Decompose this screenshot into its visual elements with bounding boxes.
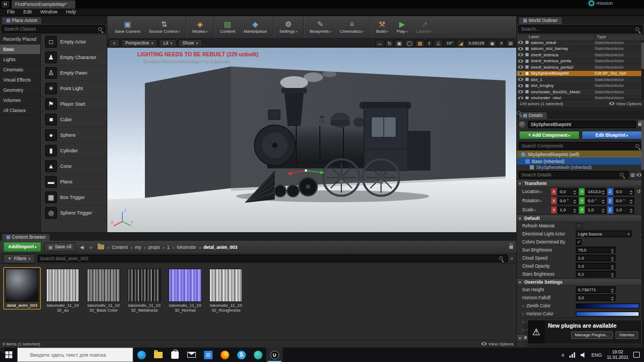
tab-details[interactable]: Details xyxy=(518,112,547,119)
asset-tile[interactable]: lokomotiv_11_1032_Base Color xyxy=(85,267,122,314)
outliner-row[interactable]: saloon_stol_barnay StaticMeshActor xyxy=(517,46,644,53)
outliner-search-input[interactable] xyxy=(518,25,642,33)
place-actor-item[interactable]: ▮ Cylinder xyxy=(41,143,107,159)
y-value-field[interactable]: 0,0 ° xyxy=(586,197,606,204)
visibility-eye-icon[interactable] xyxy=(518,78,523,81)
volume-icon[interactable] xyxy=(581,352,587,358)
z-value-field[interactable]: 0,0 ° xyxy=(614,197,634,204)
taskbar-app-mail[interactable] xyxy=(183,348,200,362)
property-label[interactable]: Scale xyxy=(522,207,550,212)
y-value-field[interactable]: 1413,0 xyxy=(586,188,606,195)
maximize-viewport-icon[interactable]: ⊞ xyxy=(506,40,515,47)
place-actor-item[interactable]: ⚑ Player Start xyxy=(41,97,107,112)
place-actor-item[interactable]: ♟ Empty Character xyxy=(41,50,107,65)
component-row[interactable]: SkySphereBlueprint (self) xyxy=(517,151,644,158)
asset-tile[interactable]: lokomotiv_11_1032_Normal xyxy=(166,267,204,314)
manage-plugins-button[interactable]: Manage Plugins... xyxy=(571,331,613,339)
color-bar[interactable] xyxy=(576,312,639,316)
forward-button[interactable]: ▶ xyxy=(88,245,95,250)
scale-snap-icon[interactable]: ◢ xyxy=(457,40,465,47)
toolbar-button[interactable]: ✎ Blueprints xyxy=(303,17,335,38)
property-label[interactable]: Location xyxy=(522,189,550,194)
search-classes-input[interactable] xyxy=(2,25,105,33)
view-settings-icon[interactable]: ≡ xyxy=(510,256,513,261)
translate-tool-icon[interactable]: ↔ xyxy=(375,40,384,47)
toolbar-button[interactable]: ⚒ Build xyxy=(370,17,392,38)
place-actors-category[interactable]: Basic xyxy=(0,45,40,55)
search-details-input[interactable] xyxy=(519,171,628,179)
place-actors-category[interactable]: All Classes xyxy=(0,106,40,116)
visibility-eye-icon[interactable] xyxy=(518,65,523,69)
section-transform[interactable]: Transform xyxy=(517,180,644,187)
place-actors-category[interactable]: Cinematic xyxy=(0,65,40,75)
property-number-field[interactable]: 1,0 xyxy=(576,255,616,261)
level-viewport[interactable]: ▾ Perspective ▾ Lit ▾ Show ▾ ↔ ↻ ▣ ◯ ▦ 1… xyxy=(107,39,516,232)
content-browser-view-options[interactable]: View Options xyxy=(481,342,514,346)
outliner-row[interactable]: SkySphereBlueprint Edit BP_Sky_Sph xyxy=(517,71,644,77)
asset-search-input[interactable] xyxy=(38,255,508,262)
visibility-eye-icon[interactable] xyxy=(518,53,523,56)
lock-icon[interactable] xyxy=(509,246,513,249)
tab-content-browser[interactable]: Content Browser xyxy=(2,233,50,241)
place-actors-category[interactable]: Geometry xyxy=(0,85,40,95)
taskbar-app-explorer[interactable] xyxy=(150,348,166,362)
taskbar-app-firefox[interactable] xyxy=(216,348,233,362)
details-scrollbar[interactable] xyxy=(641,119,644,348)
visibility-eye-icon[interactable] xyxy=(518,84,523,87)
taskbar-search[interactable]: Введите здесь текст для поиска xyxy=(17,348,133,362)
property-label[interactable]: Rotation xyxy=(522,198,550,203)
breadcrumb-item[interactable]: Content xyxy=(107,245,129,250)
breadcrumb-item[interactable]: 1 xyxy=(162,245,171,250)
language-indicator[interactable]: ENG xyxy=(591,352,602,358)
place-actors-category[interactable]: Volumes xyxy=(0,95,40,106)
dismiss-button[interactable]: Dismiss xyxy=(616,331,638,339)
menu-item[interactable]: File xyxy=(3,9,19,16)
panel-splitter[interactable] xyxy=(517,107,644,111)
save-all-button[interactable]: ▣ Save All xyxy=(44,242,76,252)
color-bar[interactable] xyxy=(576,304,639,308)
rotation-snap-icon[interactable]: ∠ xyxy=(434,40,443,47)
place-actors-category[interactable]: Lights xyxy=(0,55,40,65)
browse-icon[interactable] xyxy=(633,232,638,237)
place-actors-category[interactable]: Visual Effects xyxy=(0,75,40,85)
perspective-button[interactable]: Perspective ▾ xyxy=(121,39,158,47)
place-actor-item[interactable]: □ Empty Actor xyxy=(41,34,107,50)
search-components-input[interactable] xyxy=(519,142,642,150)
outliner-scrollbar[interactable] xyxy=(641,40,644,99)
camera-speed-value[interactable]: 4 xyxy=(497,40,505,47)
lit-mode-button[interactable]: Lit ▾ xyxy=(159,39,177,47)
taskbar-app-edge[interactable] xyxy=(133,348,150,362)
grid-snap-value[interactable]: 1 xyxy=(426,40,433,47)
toolbar-button[interactable]: ⚙ Settings xyxy=(273,17,302,38)
property-number-field[interactable]: 1,0 xyxy=(576,263,616,269)
add-component-button[interactable]: + Add Component xyxy=(519,131,580,139)
actor-name-field[interactable]: SkySphereBlueprint xyxy=(528,121,636,128)
show-button[interactable]: Show ▾ xyxy=(178,39,202,47)
toolbar-button[interactable]: ▶ Play xyxy=(392,17,412,38)
property-number-field[interactable]: 0,736771 xyxy=(576,286,616,293)
toolbar-button[interactable]: ↗ Launch xyxy=(412,17,437,38)
toolbar-button[interactable]: ◈ Modes xyxy=(186,17,212,38)
rotate-tool-icon[interactable]: ↻ xyxy=(385,40,394,47)
menu-item[interactable]: Help xyxy=(62,9,80,16)
section-override-settings[interactable]: Override Settings xyxy=(517,278,644,286)
place-actor-item[interactable]: ■ Cube xyxy=(41,112,107,128)
x-value-field[interactable]: 0,0 ° xyxy=(558,197,578,204)
visibility-eye-icon[interactable] xyxy=(518,47,523,50)
viewport-options-button[interactable]: ▾ xyxy=(109,39,120,47)
breadcrumb-item[interactable]: lokomotiv xyxy=(172,245,197,250)
toolbar-button[interactable]: ▣ Save Current xyxy=(111,17,144,38)
grid-snap-icon[interactable]: ▦ xyxy=(415,40,425,47)
visibility-eye-icon[interactable] xyxy=(518,41,523,44)
tab-place-actors[interactable]: Place Actors xyxy=(2,17,42,24)
property-number-field[interactable]: 3,0 xyxy=(576,294,616,301)
scale-tool-icon[interactable]: ▣ xyxy=(394,40,404,47)
toolbar-button[interactable]: ▤ Content xyxy=(214,17,239,38)
outliner-row[interactable]: stol_1 StaticMeshActor xyxy=(517,77,644,83)
place-actor-item[interactable]: ♙ Empty Pawn xyxy=(41,65,107,81)
place-actors-category[interactable]: Recently Placed xyxy=(0,34,40,45)
asset-tile[interactable]: detal_anim_003 xyxy=(3,267,41,309)
place-actor-item[interactable]: ● Sphere xyxy=(41,128,107,143)
taskbar-app-skype[interactable]: S xyxy=(233,348,250,362)
menu-item[interactable]: Edit xyxy=(20,9,36,16)
